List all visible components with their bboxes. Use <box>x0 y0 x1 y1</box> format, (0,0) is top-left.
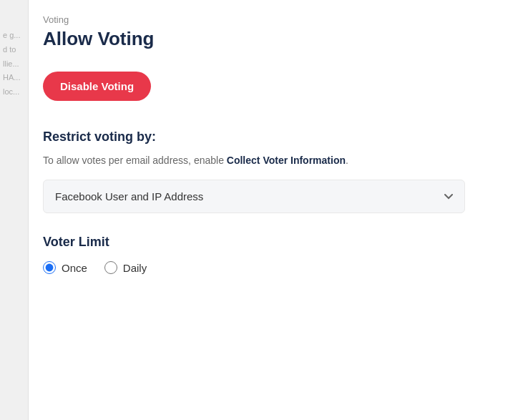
radio-option-daily[interactable]: Daily <box>104 261 147 274</box>
disable-voting-button[interactable]: Disable Voting <box>43 72 151 101</box>
radio-once[interactable] <box>43 261 56 274</box>
restrict-description-suffix: . <box>346 155 348 166</box>
main-content: Voting Allow Voting Disable Voting Restr… <box>29 0 518 420</box>
sidebar-text: e g... d to llie... HA... loc... <box>0 0 28 128</box>
restrict-voting-section: Restrict voting by: To allow votes per e… <box>43 130 489 213</box>
page-title: Allow Voting <box>43 28 489 50</box>
restrict-voting-dropdown[interactable]: Facebook User and IP Address IP Address … <box>43 180 465 213</box>
voter-limit-title: Voter Limit <box>43 235 489 250</box>
restrict-description-prefix: To allow votes per email address, enable <box>43 155 227 166</box>
voter-limit-radio-group: Once Daily <box>43 261 489 274</box>
radio-once-label: Once <box>62 262 87 274</box>
radio-daily[interactable] <box>104 261 117 274</box>
section-label: Voting <box>43 14 489 25</box>
radio-option-once[interactable]: Once <box>43 261 87 274</box>
restrict-title: Restrict voting by: <box>43 130 489 145</box>
sidebar-overlay: e g... d to llie... HA... loc... <box>0 0 29 420</box>
radio-daily-label: Daily <box>123 262 147 274</box>
voter-limit-section: Voter Limit Once Daily <box>43 235 489 274</box>
collect-voter-info-link[interactable]: Collect Voter Information <box>227 155 346 166</box>
restrict-description: To allow votes per email address, enable… <box>43 153 489 168</box>
